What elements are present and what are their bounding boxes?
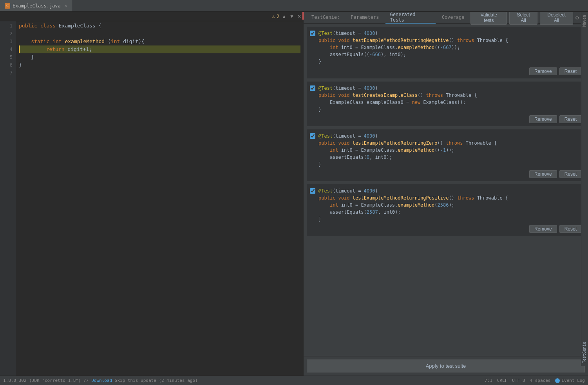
test-1-code: @Test(timeout = 4000) public void testEx… (318, 30, 582, 65)
code-area: ▼ 1 2 ▼ 3 4 5 6 7 public class ExampleCl… (0, 21, 304, 376)
status-bar: 1.8.0_302 (JDK "corretto-1.8") // Downlo… (0, 376, 588, 385)
side-tab-maven[interactable]: Maven (581, 12, 588, 30)
test-3-actions: Remove Reset (310, 170, 582, 178)
test-4-code: @Test(timeout = 4000) public void testEx… (318, 187, 582, 223)
status-right: 7:1 CRLF UTF-8 4 spaces Event Log (485, 378, 585, 383)
test-2-reset-button[interactable]: Reset (559, 115, 582, 123)
code-line-5: } (19, 53, 300, 61)
test-card-3-header: @Test(timeout = 4000) public void testEx… (310, 133, 582, 168)
test-card-1: @Test(timeout = 4000) public void testEx… (307, 27, 585, 78)
tab-filename: ExampleClass.java (13, 3, 61, 9)
test-card-4: @Test(timeout = 4000) public void testEx… (307, 184, 585, 236)
warning-next-button[interactable]: ▼ (289, 14, 295, 19)
code-content[interactable]: public class ExampleClass { static int e… (16, 21, 304, 376)
test-card-2: @Test(timeout = 4000) public void testCr… (307, 82, 585, 126)
side-tabs: Maven TestGenie (581, 12, 588, 366)
code-line-7 (19, 69, 300, 77)
settings-icon[interactable]: ⚙ (575, 15, 579, 21)
tab-bar: C ExampleClass.java × (0, 0, 588, 12)
line-numbers: ▼ 1 2 ▼ 3 4 5 6 7 (0, 21, 16, 376)
encoding[interactable]: UTF-8 (512, 378, 525, 383)
event-log-area[interactable]: Event Log (555, 378, 585, 383)
download-link[interactable]: Download (91, 378, 112, 383)
event-log-icon (555, 378, 560, 383)
tab-generated-tests[interactable]: Generated Tests (385, 12, 436, 24)
code-line-1: public class ExampleClass { (19, 22, 300, 30)
line-num-7: 7 (0, 69, 13, 77)
test-4-remove-button[interactable]: Remove (529, 225, 557, 233)
testgenie-actions: Validate tests Select All Deselect All ⚙… (470, 12, 585, 25)
line-num-3: ▼ 3 (0, 38, 13, 45)
coverage-label: Coverage (442, 15, 465, 20)
test-4-checkbox[interactable] (310, 188, 315, 194)
test-1-actions: Remove Reset (310, 67, 582, 75)
test-1-remove-button[interactable]: Remove (529, 67, 557, 75)
sdk-info: 1.8.0_302 (JDK "corretto-1.8") // Downlo… (3, 378, 198, 383)
test-card-4-header: @Test(timeout = 4000) public void testEx… (310, 187, 582, 223)
apply-area: Apply to test suite (304, 356, 588, 376)
test-2-actions: Remove Reset (310, 115, 582, 123)
tab-coverage[interactable]: Coverage (437, 12, 469, 24)
java-file-icon: C (5, 3, 10, 9)
test-card-2-header: @Test(timeout = 4000) public void testCr… (310, 85, 582, 113)
deselect-all-button[interactable]: Deselect All (540, 12, 573, 25)
test-1-checkbox[interactable] (310, 31, 315, 36)
indent-setting[interactable]: 4 spaces (530, 378, 550, 383)
tab-parameters[interactable]: Parameters (346, 12, 384, 24)
warning-icon: ⚠ (272, 13, 275, 19)
test-2-checkbox[interactable] (310, 85, 315, 91)
editor-panel: ⚠ 2 ▲ ▼ ✕ ▼ 1 2 ▼ 3 4 5 6 7 (0, 12, 304, 376)
tab-testgenie[interactable]: TestGenie: (307, 12, 344, 24)
warning-count: 2 (277, 14, 279, 19)
status-left: 1.8.0_302 (JDK "corretto-1.8") // Downlo… (3, 378, 481, 383)
test-3-remove-button[interactable]: Remove (529, 170, 557, 178)
test-2-remove-button[interactable]: Remove (529, 115, 557, 123)
testgenie-label: TestGenie: (311, 15, 340, 20)
sdk-label: 1.8.0_302 (JDK "corretto-1.8") (3, 378, 81, 383)
event-log-label: Event Log (561, 378, 585, 383)
code-line-6: } (19, 61, 300, 69)
skip-update[interactable]: Skip this update (2 minutes ago) (115, 378, 198, 383)
file-tab[interactable]: C ExampleClass.java × (0, 0, 72, 11)
test-3-reset-button[interactable]: Reset (559, 170, 582, 178)
cursor-position: 7:1 (485, 378, 492, 383)
code-line-4: return digit+1; (19, 45, 300, 53)
test-2-code: @Test(timeout = 4000) public void testCr… (318, 85, 582, 113)
right-panel: TestGenie: Parameters Generated Tests Co… (304, 12, 588, 376)
select-all-button[interactable]: Select All (509, 12, 537, 25)
generated-tests-label: Generated Tests (390, 12, 431, 23)
line-num-1: ▼ 1 (0, 22, 13, 30)
line-num-5: 5 (0, 53, 13, 61)
warning-prev-button[interactable]: ▲ (281, 14, 287, 19)
separator: // (83, 378, 91, 383)
highlight-marker (19, 45, 20, 53)
line-num-6: 6 (0, 61, 13, 69)
line-num-4: 4 (0, 45, 13, 53)
tests-area[interactable]: @Test(timeout = 4000) public void testEx… (304, 24, 588, 356)
line-ending[interactable]: CRLF (497, 378, 508, 383)
apply-to-test-suite-button[interactable]: Apply to test suite (307, 360, 585, 372)
test-4-reset-button[interactable]: Reset (559, 225, 582, 233)
warning-close-button[interactable]: ✕ (297, 14, 302, 19)
editor-toolbar: ⚠ 2 ▲ ▼ ✕ (0, 12, 304, 21)
parameters-label: Parameters (351, 15, 379, 20)
test-1-reset-button[interactable]: Reset (559, 67, 582, 75)
validate-tests-button[interactable]: Validate tests (470, 12, 507, 25)
test-3-checkbox[interactable] (310, 133, 315, 139)
code-line-2 (19, 30, 300, 38)
main-area: ⚠ 2 ▲ ▼ ✕ ▼ 1 2 ▼ 3 4 5 6 7 (0, 12, 588, 376)
tab-close-icon[interactable]: × (65, 3, 67, 8)
testgenie-nav: TestGenie: Parameters Generated Tests Co… (304, 12, 588, 24)
test-3-code: @Test(timeout = 4000) public void testEx… (318, 133, 582, 168)
line-num-2: 2 (0, 30, 13, 38)
test-4-actions: Remove Reset (310, 225, 582, 233)
code-line-3: static int exampleMethod (int digit){ (19, 38, 300, 45)
test-card-3: @Test(timeout = 4000) public void testEx… (307, 129, 585, 181)
test-card-1-header: @Test(timeout = 4000) public void testEx… (310, 30, 582, 65)
side-tab-testgenie[interactable]: TestGenie (581, 339, 588, 366)
warning-indicator: ⚠ 2 (272, 13, 279, 19)
